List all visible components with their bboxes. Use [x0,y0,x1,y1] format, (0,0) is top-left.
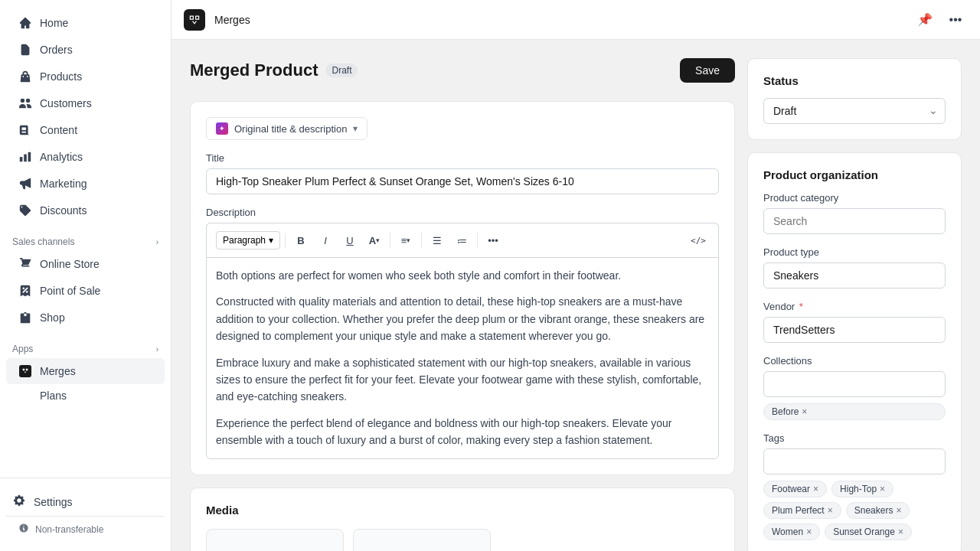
tag-sneakers-close[interactable]: × [896,506,901,515]
align-icon: ≡ [401,235,407,246]
sidebar-item-content[interactable]: Content [6,117,165,143]
tags-input[interactable] [763,448,946,474]
apps-label[interactable]: Apps › [0,337,171,357]
magic-icon: ✦ [216,122,228,135]
tag-women-close[interactable]: × [806,527,812,536]
settings-icon [12,494,26,510]
sidebar-item-plans[interactable]: Plans [6,385,165,406]
dropdown-chevron-icon: ▾ [353,123,358,134]
sidebar-item-shop-label: Shop [40,311,65,324]
text-color-button[interactable]: A ▾ [364,230,385,251]
pin-button[interactable]: 📌 [913,8,937,32]
analytics-icon [18,150,32,164]
page-title: Merged Product [190,60,318,80]
collections-tag-before-close[interactable]: × [802,407,807,416]
sidebar-item-merges-label: Merges [40,365,76,377]
collections-input[interactable] [763,371,946,397]
content-area: Merged Product Draft Save ✦ Original tit… [172,40,980,551]
tag-high-top: High-Top × [831,481,893,497]
main-area: Merges 📌 ••• Merged Product Draft Save [172,0,980,551]
bold-button[interactable]: B [290,230,312,251]
tag-footwear: Footwear × [763,481,827,497]
sidebar-item-plans-label: Plans [40,390,67,402]
status-section-title: Status [763,74,946,87]
collections-field-group: Collections Before × [763,355,946,420]
page-header: Merged Product Draft Save [190,58,735,83]
sidebar-item-settings[interactable]: Settings [6,487,165,516]
sidebar-item-shop[interactable]: Shop [6,305,165,331]
status-select-wrapper: Draft Active [763,98,946,124]
bullet-list-button[interactable]: ☰ [426,230,448,251]
sidebar-item-online-store[interactable]: Online Store [6,251,165,277]
description-editor[interactable]: Both options are perfect for women who s… [206,257,719,459]
title-label: Title [206,152,719,164]
non-transferable-icon [18,523,29,536]
media-section-title: Media [206,504,719,517]
sidebar-item-discounts[interactable]: Discounts [6,197,165,223]
category-search-input[interactable] [763,208,946,234]
numbered-list-button[interactable]: ≔ [451,230,472,251]
more-toolbar-button[interactable]: ••• [482,230,504,251]
sidebar: Home Orders Products [0,0,172,551]
customers-icon [18,96,32,110]
media-item-2[interactable] [353,529,491,551]
tag-sunset-orange-close[interactable]: × [898,527,903,536]
title-input[interactable] [206,168,719,194]
paragraph-select[interactable]: Paragraph ▾ [216,231,280,249]
italic-button[interactable]: I [315,230,336,251]
sidebar-item-home[interactable]: Home [6,10,165,36]
description-p4: Experience the perfect blend of elegance… [216,415,709,449]
products-icon [18,70,32,83]
shop-icon [18,311,32,324]
sidebar-item-products[interactable]: Products [6,64,165,90]
save-button[interactable]: Save [680,58,735,83]
sidebar-item-merges[interactable]: Merges [6,358,165,384]
underline-button[interactable]: U [339,230,361,251]
media-item-1[interactable] [206,529,344,551]
sidebar-item-marketing[interactable]: Marketing [6,171,165,197]
align-button[interactable]: ≡ ▾ [395,230,416,251]
tags-field-group: Tags Footwear × High-Top × Plum Perfect [763,432,946,540]
sidebar-item-customers[interactable]: Customers [6,90,165,116]
tags-container: Footwear × High-Top × Plum Perfect × S [763,481,946,540]
toolbar-divider-1 [285,233,286,248]
apps-chevron: › [156,345,158,354]
sales-channels-label[interactable]: Sales channels › [0,230,171,250]
tags-label: Tags [763,432,946,444]
sales-channels-chevron: › [156,238,158,246]
tag-women: Women × [763,523,820,540]
more-options-button[interactable]: ••• [943,8,968,32]
title-dropdown-button[interactable]: ✦ Original title & description ▾ [206,117,368,140]
code-view-button[interactable]: </> [688,230,709,251]
title-dropdown-label: Original title & description [234,123,347,135]
sidebar-item-orders[interactable]: Orders [6,37,165,63]
description-label: Description [206,207,719,218]
description-p3: Embrace luxury and make a sophisticated … [216,354,709,406]
vendor-input[interactable] [763,317,946,343]
orders-icon [18,43,32,57]
type-input[interactable] [763,262,946,289]
collections-tag-before: Before × [763,403,946,420]
sidebar-item-marketing-label: Marketing [40,178,87,190]
status-select[interactable]: Draft Active [763,98,946,124]
topbar-app-name: Merges [214,14,250,26]
collections-label: Collections [763,355,946,367]
topbar-actions: 📌 ••• [913,8,968,32]
paragraph-label: Paragraph [223,235,266,246]
non-transferable-label: Non-transferable [35,524,103,535]
vendor-label: Vendor * [763,301,946,312]
toolbar-divider-2 [390,233,390,248]
content-icon [18,123,32,137]
tag-footwear-close[interactable]: × [813,484,818,494]
sidebar-item-analytics-label: Analytics [40,151,83,163]
type-field-group: Product type [763,246,946,289]
tag-plum-perfect-close[interactable]: × [828,506,833,515]
category-field-group: Product category [763,192,946,234]
editor-toolbar: Paragraph ▾ B I U A ▾ ≡ [206,223,719,257]
sidebar-item-analytics[interactable]: Analytics [6,144,165,170]
home-icon [18,16,32,30]
sidebar-item-point-of-sale[interactable]: Point of Sale [6,278,165,304]
align-chevron: ▾ [407,236,410,244]
tag-high-top-close[interactable]: × [880,484,885,494]
description-p1: Both options are perfect for women who s… [216,267,709,284]
